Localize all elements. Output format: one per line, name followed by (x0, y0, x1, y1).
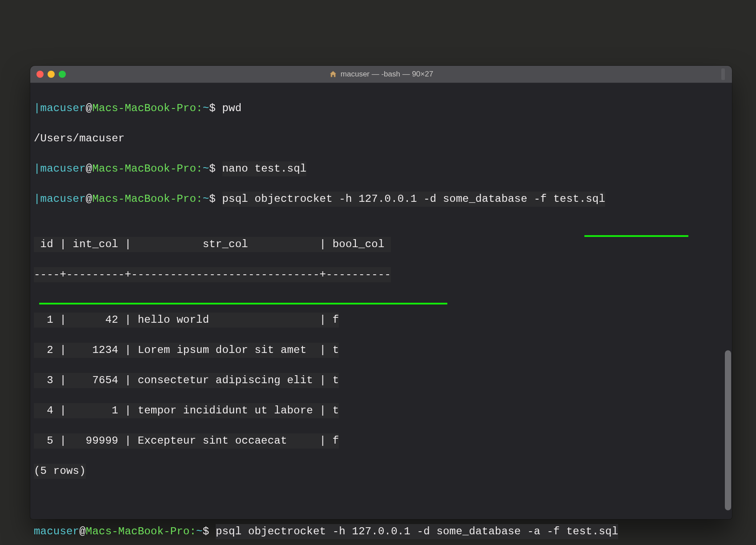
table-header-text: id | int_col | str_col | bool_col (34, 237, 391, 252)
home-icon (329, 70, 337, 78)
cmd-nano: nano test.sql (222, 161, 307, 176)
cmd-pwd: pwd (222, 102, 242, 114)
prompt-dollar: $ (203, 525, 216, 537)
prompt-dollar: $ (209, 102, 222, 114)
rows-footer-text: (5 rows) (34, 464, 86, 479)
blank-line (34, 494, 732, 509)
terminal-window: macuser — -bash — 90×27 |macuser@Macs-Ma… (30, 66, 732, 519)
row-text: 3 | 7654 | consectetur adipiscing elit |… (34, 373, 339, 388)
scrollbar-corner-icon (725, 68, 731, 75)
window-title-text: macuser — -bash — 90×27 (341, 70, 433, 79)
prompt-user: macuser (40, 163, 86, 175)
prompt-host: Macs-MacBook-Pro: (92, 193, 202, 205)
table-row: 4 | 1 | tempor incididunt ut labore | t (34, 403, 732, 418)
prompt-line-nano: |macuser@Macs-MacBook-Pro:~$ nano test.s… (34, 161, 732, 176)
row-text: 1 | 42 | hello world | f (34, 313, 339, 328)
table-sep-text: ----+---------+-------------------------… (34, 267, 391, 282)
table-sep-1: ----+---------+-------------------------… (34, 267, 732, 297)
prompt-cursor: | (34, 102, 40, 114)
prompt-cursor: | (34, 193, 40, 205)
prompt-at: @ (86, 163, 92, 175)
minimize-button[interactable] (48, 71, 55, 78)
prompt-host: Macs-MacBook-Pro: (92, 102, 202, 114)
row-text: 2 | 1234 | Lorem ipsum dolor sit amet | … (34, 343, 339, 358)
titlebar[interactable]: macuser — -bash — 90×27 (30, 66, 732, 83)
prompt-line-psql1: |macuser@Macs-MacBook-Pro:~$ psql object… (34, 192, 732, 222)
cmd-psql1: psql objectrocket -h 127.0.0.1 -d some_d… (222, 192, 606, 207)
table-row: 1 | 42 | hello world | f (34, 313, 732, 328)
table-row: 5 | 99999 | Excepteur sint occaecat | f (34, 433, 732, 449)
scrollbar[interactable] (724, 66, 732, 519)
terminal-viewport[interactable]: |macuser@Macs-MacBook-Pro:~$ pwd /Users/… (30, 83, 732, 545)
prompt-path: ~ (196, 525, 203, 537)
prompt-user: macuser (40, 193, 86, 205)
underline-table-sep (39, 303, 447, 305)
prompt-host: Macs-MacBook-Pro: (92, 163, 202, 175)
rows-footer-1: (5 rows) (34, 464, 732, 479)
scrollbar-thumb[interactable] (725, 350, 731, 510)
cmd-psql2: psql objectrocket -h 127.0.0.1 -d some_d… (216, 524, 618, 539)
row-text: 5 | 99999 | Excepteur sint occaecat | f (34, 433, 339, 449)
row-text: 4 | 1 | tempor incididunt ut labore | t (34, 403, 339, 418)
prompt-at: @ (79, 525, 86, 537)
prompt-cursor: | (34, 163, 40, 175)
zoom-button[interactable] (59, 71, 66, 78)
prompt-user: macuser (34, 525, 79, 537)
window-title: macuser — -bash — 90×27 (329, 70, 433, 79)
prompt-path: ~ (203, 163, 209, 175)
prompt-dollar: $ (209, 193, 222, 205)
close-button[interactable] (36, 71, 44, 78)
prompt-path: ~ (203, 102, 209, 114)
prompt-at: @ (86, 193, 92, 205)
prompt-line-pwd: |macuser@Macs-MacBook-Pro:~$ pwd (34, 101, 732, 116)
prompt-path: ~ (203, 193, 209, 205)
prompt-dollar: $ (209, 163, 222, 175)
prompt-host: Macs-MacBook-Pro: (86, 525, 196, 537)
table-header-1: id | int_col | str_col | bool_col (34, 237, 732, 252)
table-row: 2 | 1234 | Lorem ipsum dolor sit amet | … (34, 343, 732, 358)
pwd-output: /Users/macuser (34, 131, 732, 146)
traffic-lights (36, 66, 66, 83)
prompt-line-psql2: macuser@Macs-MacBook-Pro:~$ psql objectr… (34, 524, 732, 545)
table-row: 3 | 7654 | consectetur adipiscing elit |… (34, 373, 732, 388)
prompt-user: macuser (40, 102, 86, 114)
prompt-at: @ (86, 102, 92, 114)
